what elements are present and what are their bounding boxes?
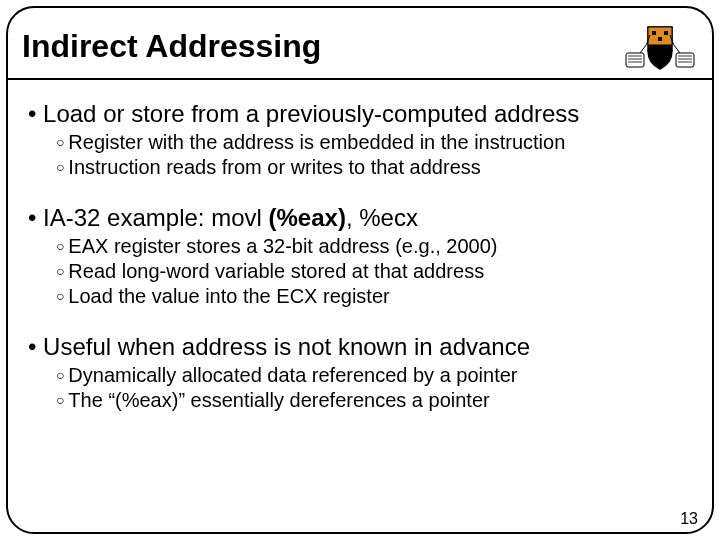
title-underline [8,78,712,80]
spacer [28,180,698,198]
bullet-level1: Useful when address is not known in adva… [28,333,698,361]
bullet-level2: Dynamically allocated data referenced by… [56,363,698,388]
bullet-level2: The “(%eax)” essentially dereferences a … [56,388,698,413]
title-row: Indirect Addressing [18,14,702,78]
bullet-level1: Load or store from a previously-computed… [28,100,698,128]
bullet-level2: Load the value into the ECX register [56,284,698,309]
princeton-shield-icon [618,17,702,75]
bullet-text: Register with the address is embedded in… [68,131,565,153]
bullet-text: Useful when address is not known in adva… [43,333,530,360]
slide-title: Indirect Addressing [18,28,321,65]
bullet-text: Dynamically allocated data referenced by… [68,364,517,386]
bullet-text: Read long-word variable stored at that a… [68,260,484,282]
spacer [28,309,698,327]
bullet-text: Load the value into the ECX register [68,285,389,307]
bullet-level2: Read long-word variable stored at that a… [56,259,698,284]
slide-content: Load or store from a previously-computed… [28,94,698,413]
bullet-level2: Instruction reads from or writes to that… [56,155,698,180]
bullet-level2: EAX register stores a 32-bit address (e.… [56,234,698,259]
svg-rect-4 [676,53,694,67]
slide: Indirect Addressing Load or store fr [0,0,720,540]
bullet-text: Instruction reads from or writes to that… [68,156,480,178]
bullet-level2: Register with the address is embedded in… [56,130,698,155]
bullet-level1: IA-32 example: movl (%eax), %ecx [28,204,698,232]
page-number: 13 [680,510,698,528]
bullet-text: The “(%eax)” essentially dereferences a … [68,389,489,411]
bullet-text-bold: (%eax) [269,204,346,231]
bullet-text: Load or store from a previously-computed… [43,100,579,127]
bullet-text-post: , %ecx [346,204,418,231]
bullet-text: EAX register stores a 32-bit address (e.… [68,235,497,257]
svg-rect-0 [626,53,644,67]
bullet-text-pre: IA-32 example: movl [43,204,268,231]
